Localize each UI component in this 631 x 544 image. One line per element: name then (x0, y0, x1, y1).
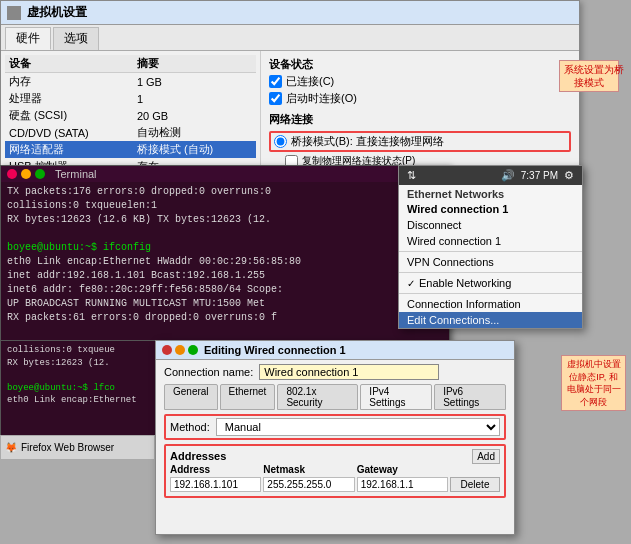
tab-general[interactable]: General (164, 384, 218, 410)
connected-label: 已连接(C) (286, 74, 334, 89)
edit-conn-titlebar: Editing Wired connection 1 (156, 341, 514, 360)
conn-name-input[interactable] (259, 364, 439, 380)
close-btn[interactable] (7, 169, 17, 179)
terminal-window: Terminal TX packets:176 errors:0 dropped… (0, 165, 450, 350)
firefox-bar: 🦊 Firefox Web Browser (0, 435, 155, 460)
vm-tabs: 硬件 选项 (1, 25, 579, 51)
tab-ipv4[interactable]: IPv4 Settings (360, 384, 432, 410)
cell-gateway[interactable]: 192.168.1.1 (357, 477, 448, 492)
terminal-line: inet6 addr: fe80::20c:29ff:fe56:8580/64 … (7, 283, 443, 297)
radio-bridge-label: 桥接模式(B): 直接连接物理网络 (291, 134, 444, 149)
col-action (450, 464, 500, 475)
autoconnect-checkbox-row: 启动时连接(O) (269, 91, 571, 106)
separator (399, 272, 582, 273)
connected-checkbox-row: 已连接(C) (269, 74, 571, 89)
network-section-title: Ethernet Networks (399, 185, 582, 201)
tab-ethernet[interactable]: Ethernet (220, 384, 276, 410)
close-dot[interactable] (162, 345, 172, 355)
terminal-title: Terminal (55, 168, 97, 180)
device-status-title: 设备状态 (269, 57, 571, 72)
terminal-line (7, 227, 443, 241)
vm-title: 虚拟机设置 (27, 4, 87, 21)
table-row[interactable]: 硬盘 (SCSI)20 GB (5, 107, 256, 124)
edit-connection-window: Editing Wired connection 1 Connection na… (155, 340, 515, 535)
annotation-static-ip: 虚拟机中设置 位静态IP, 和 电脑处于同一 个网段 (561, 355, 626, 411)
autoconnect-checkbox[interactable] (269, 92, 282, 105)
tab-ipv6[interactable]: IPv6 Settings (434, 384, 506, 410)
header-icons: 🔊 7:37 PM ⚙ (501, 169, 574, 182)
table-row[interactable]: 内存1 GB (5, 73, 256, 91)
add-address-button[interactable]: Add (472, 449, 500, 464)
terminal-line: UP BROADCAST RUNNING MULTICAST MTU:1500 … (7, 297, 443, 311)
prompt: boyee@ubuntu:~$ ifconfig (7, 242, 151, 253)
firefox-label: Firefox Web Browser (21, 442, 114, 453)
edit-tabs: General Ethernet 802.1x Security IPv4 Se… (164, 384, 506, 410)
cell-address[interactable]: 192.168.1.101 (170, 477, 261, 492)
terminal-line: inet addr:192.168.1.101 Bcast:192.168.1.… (7, 269, 443, 283)
settings-icon: ⚙ (564, 169, 574, 182)
addresses-section: Addresses Add Address Netmask Gateway 19… (164, 444, 506, 498)
table-row[interactable]: 处理器1 (5, 90, 256, 107)
device-name: 网络适配器 (5, 141, 133, 158)
terminal-line: TX packets:176 errors:0 dropped:0 overru… (7, 185, 443, 199)
network-item-disconnect[interactable]: Disconnect (399, 217, 582, 233)
tab-8021x[interactable]: 802.1x Security (277, 384, 358, 410)
col-address: Address (170, 464, 261, 475)
maximize-btn[interactable] (35, 169, 45, 179)
minimize-dot[interactable] (175, 345, 185, 355)
col-gateway: Gateway (357, 464, 448, 475)
vm-settings-window: 虚拟机设置 硬件 选项 设备 摘要 内存1 GB 处理器1 硬盘 (SCSI)2… (0, 0, 580, 185)
connected-checkbox[interactable] (269, 75, 282, 88)
addresses-title: Addresses Add (170, 450, 500, 462)
method-select[interactable]: Manual (216, 418, 500, 436)
addr-header: Address Netmask Gateway (170, 464, 500, 475)
vm-icon (7, 6, 21, 20)
delete-address-button[interactable]: Delete (450, 477, 500, 492)
speaker-icon: 🔊 (501, 169, 515, 182)
network-dropdown-panel: ⇅ 🔊 7:37 PM ⚙ Ethernet Networks Wired co… (398, 165, 583, 329)
network-panel-header: ⇅ 🔊 7:37 PM ⚙ (399, 166, 582, 185)
col-netmask: Netmask (263, 464, 354, 475)
maximize-dot[interactable] (188, 345, 198, 355)
separator (399, 251, 582, 252)
network-item-wired1[interactable]: Wired connection 1 (399, 233, 582, 249)
device-name: 处理器 (5, 90, 133, 107)
network-item-conn-info[interactable]: Connection Information (399, 296, 582, 312)
minimize-btn[interactable] (21, 169, 31, 179)
network-item-wired-heading: Wired connection 1 (399, 201, 582, 217)
tab-hardware[interactable]: 硬件 (5, 27, 51, 50)
time-display: 7:37 PM (521, 170, 558, 181)
terminal-line: collisions:0 txqueuelen:1 (7, 199, 443, 213)
conn-name-label: Connection name: (164, 366, 253, 378)
device-name: CD/DVD (SATA) (5, 124, 133, 141)
method-label: Method: (170, 421, 210, 433)
addr-row: 192.168.1.101 255.255.255.0 192.168.1.1 … (170, 477, 500, 492)
conn-name-row: Connection name: (164, 364, 506, 380)
terminal-line: RX packets:61 errors:0 dropped:0 overrun… (7, 311, 443, 325)
terminal-body[interactable]: TX packets:176 errors:0 dropped:0 overru… (1, 182, 449, 345)
vm-titlebar: 虚拟机设置 (1, 1, 579, 25)
annotation-bridge: 系统设置为桥 接模式 (559, 60, 619, 92)
edit-conn-title: Editing Wired connection 1 (204, 344, 346, 356)
terminal-line: boyee@ubuntu:~$ ifconfig (7, 241, 443, 255)
method-row: Method: Manual (164, 414, 506, 440)
tab-options[interactable]: 选项 (53, 27, 99, 50)
device-name: 内存 (5, 73, 133, 91)
separator (399, 293, 582, 294)
cell-netmask[interactable]: 255.255.255.0 (263, 477, 354, 492)
network-item-vpn[interactable]: VPN Connections (399, 254, 582, 270)
device-status-section: 设备状态 已连接(C) 启动时连接(O) (269, 57, 571, 106)
autoconnect-label: 启动时连接(O) (286, 91, 357, 106)
firefox-icon: 🦊 (5, 442, 17, 453)
network-item-enable-networking[interactable]: Enable Networking (399, 275, 582, 291)
table-row[interactable]: CD/DVD (SATA)自动检测 (5, 124, 256, 141)
radio-bridge[interactable] (274, 135, 287, 148)
network-item-edit-conn[interactable]: Edit Connections... (399, 312, 582, 328)
col-summary: 摘要 (133, 55, 256, 73)
network-icon: ⇅ (407, 169, 416, 182)
window-controls (162, 345, 198, 355)
table-row-selected[interactable]: 网络适配器桥接模式 (自动) (5, 141, 256, 158)
terminal-line: RX bytes:12623 (12.6 KB) TX bytes:12623 … (7, 213, 443, 227)
col-device: 设备 (5, 55, 133, 73)
terminal-line: eth0 Link encap:Ethernet HWaddr 00:0c:29… (7, 255, 443, 269)
